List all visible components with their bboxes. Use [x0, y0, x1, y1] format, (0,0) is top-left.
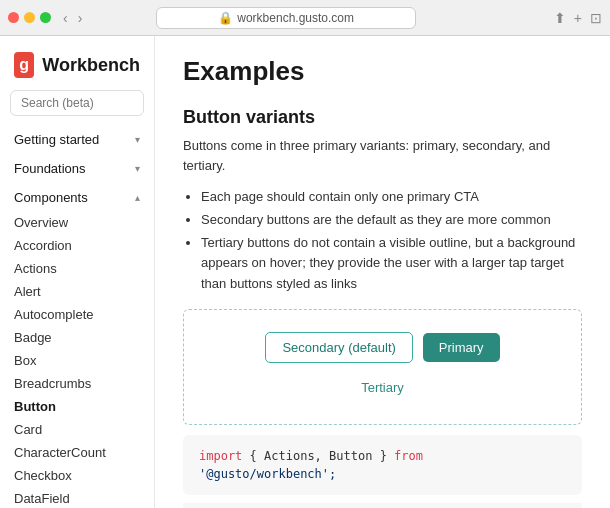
- getting-started-header[interactable]: Getting started ▾: [0, 126, 154, 153]
- sidebar-item-actions[interactable]: Actions: [0, 257, 154, 280]
- sidebar-item-breadcrumbs[interactable]: Breadcrumbs: [0, 372, 154, 395]
- maximize-button-traffic[interactable]: [40, 12, 51, 23]
- demo-row-tertiary: Tertiary: [345, 373, 420, 402]
- lock-icon: 🔒: [218, 11, 233, 25]
- share-icon[interactable]: ⬆: [554, 10, 566, 26]
- code-block-variants: import { Actions, Button } from '@gusto/…: [183, 435, 582, 495]
- sidebar-item-overview[interactable]: Overview: [0, 211, 154, 234]
- logo-icon: g: [14, 52, 34, 78]
- foundations-header[interactable]: Foundations ▾: [0, 155, 154, 182]
- bullet-list-variants: Each page should contain only one primar…: [201, 187, 582, 295]
- main-content: Examples Button variants Buttons come in…: [155, 36, 610, 508]
- url-text: workbench.gusto.com: [237, 11, 354, 25]
- sidebar-section-getting-started: Getting started ▾: [0, 126, 154, 153]
- toolbar-icons: ⬆ + ⊡: [554, 10, 602, 26]
- chevron-down-icon: ▾: [135, 163, 140, 174]
- sidebar-item-accordion[interactable]: Accordion: [0, 234, 154, 257]
- components-header[interactable]: Components ▴: [0, 184, 154, 211]
- sidebar-item-card[interactable]: Card: [0, 418, 154, 441]
- address-bar[interactable]: 🔒 workbench.gusto.com: [156, 7, 416, 29]
- chevron-up-icon: ▴: [135, 192, 140, 203]
- bullet-item: Tertiary buttons do not contain a visibl…: [201, 233, 582, 295]
- sidebar-toggle-icon[interactable]: ⊡: [590, 10, 602, 26]
- sidebar-item-charactercount[interactable]: CharacterCount: [0, 441, 154, 464]
- app-container: g Workbench Getting started ▾ Foundation…: [0, 36, 610, 508]
- show-code-toggle-variants[interactable]: ↓ Show code ↓: [183, 503, 582, 508]
- sidebar-item-checkbox[interactable]: Checkbox: [0, 464, 154, 487]
- tertiary-button[interactable]: Tertiary: [345, 373, 420, 402]
- add-tab-icon[interactable]: +: [574, 10, 582, 26]
- sidebar-section-components: Components ▴ Overview Accordion Actions …: [0, 184, 154, 508]
- sidebar-item-box[interactable]: Box: [0, 349, 154, 372]
- section-desc-variants: Buttons come in three primary variants: …: [183, 136, 582, 175]
- search-input[interactable]: [10, 90, 144, 116]
- bullet-item: Each page should contain only one primar…: [201, 187, 582, 208]
- code-from-keyword: from: [394, 449, 423, 463]
- traffic-lights: [8, 12, 51, 23]
- close-button-traffic[interactable]: [8, 12, 19, 23]
- sidebar-logo: g Workbench: [0, 48, 154, 90]
- demo-row-primary-secondary: Secondary (default) Primary: [265, 332, 499, 363]
- secondary-button[interactable]: Secondary (default): [265, 332, 412, 363]
- sidebar-section-foundations: Foundations ▾: [0, 155, 154, 182]
- sidebar-item-badge[interactable]: Badge: [0, 326, 154, 349]
- primary-button[interactable]: Primary: [423, 333, 500, 362]
- chevron-down-icon: ▾: [135, 134, 140, 145]
- bullet-item: Secondary buttons are the default as the…: [201, 210, 582, 231]
- forward-button[interactable]: ›: [76, 10, 85, 26]
- sidebar: g Workbench Getting started ▾ Foundation…: [0, 36, 155, 508]
- sidebar-item-autocomplete[interactable]: Autocomplete: [0, 303, 154, 326]
- sidebar-item-datafield[interactable]: DataField: [0, 487, 154, 508]
- page-title: Examples: [183, 56, 582, 87]
- sidebar-item-button[interactable]: Button: [0, 395, 154, 418]
- back-button[interactable]: ‹: [61, 10, 70, 26]
- code-import-keyword: import: [199, 449, 242, 463]
- section-title-variants: Button variants: [183, 107, 582, 128]
- browser-chrome: ‹ › 🔒 workbench.gusto.com ⬆ + ⊡: [0, 0, 610, 36]
- minimize-button-traffic[interactable]: [24, 12, 35, 23]
- logo-text: Workbench: [42, 55, 140, 76]
- sidebar-item-alert[interactable]: Alert: [0, 280, 154, 303]
- demo-box-variants: Secondary (default) Primary Tertiary: [183, 309, 582, 425]
